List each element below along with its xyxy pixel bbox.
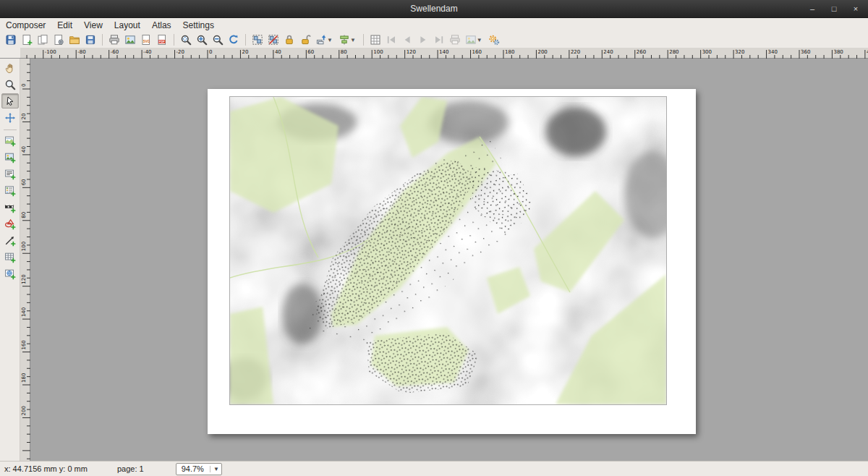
print-icon [109, 34, 120, 46]
save-template-icon [85, 34, 96, 46]
print-atlas-button [447, 33, 463, 48]
menu-view[interactable]: View [78, 19, 109, 32]
label-add-icon [4, 169, 16, 180]
chevron-down-icon[interactable]: ▼ [327, 37, 333, 43]
ruler-corner [0, 48, 20, 59]
add-image-button[interactable] [1, 150, 19, 165]
scalebar-add-icon [4, 202, 16, 213]
save-as-template-button[interactable] [82, 33, 98, 48]
add-html-frame-button[interactable] [1, 266, 19, 281]
export-atlas-combo[interactable]: ▼ [463, 33, 485, 48]
shape-add-icon [4, 218, 16, 230]
toolbar: SVGPDF▼▼▼ [0, 32, 868, 48]
svg-text:-80: -80 [77, 49, 85, 55]
align-selected-items-combo[interactable]: ▼ [336, 33, 358, 48]
ungroup-items-button[interactable] [265, 33, 281, 48]
atlas-last-feature-button [431, 33, 447, 48]
menubar: ComposerEditViewLayoutAtlasSettings [0, 18, 868, 32]
atlas-settings-button[interactable] [486, 33, 502, 48]
svg-text:280: 280 [669, 49, 678, 55]
composer-page[interactable] [208, 89, 696, 434]
refresh-view-button[interactable] [226, 33, 242, 48]
lock-selected-items-button[interactable] [281, 33, 297, 48]
svg-text:160: 160 [21, 340, 27, 349]
svg-text:40: 40 [21, 146, 27, 153]
align-icon [339, 34, 350, 46]
maximize-button[interactable]: □ [829, 0, 839, 18]
zoom-level-value: 94.7% [182, 464, 204, 473]
composition-canvas [30, 59, 868, 461]
svg-text:20: 20 [242, 49, 248, 55]
image-icon [465, 34, 477, 46]
zoom-out-button[interactable] [210, 33, 226, 48]
menu-edit[interactable]: Edit [51, 19, 78, 32]
add-new-map-button[interactable] [1, 133, 19, 148]
group-items-button[interactable] [250, 33, 265, 48]
menu-atlas[interactable]: Atlas [146, 19, 177, 32]
move-item-content-tool-button[interactable] [1, 110, 19, 125]
cursor-icon [4, 95, 16, 107]
zoom-tool-button[interactable] [1, 77, 19, 92]
atlas-preview-button[interactable] [367, 33, 383, 48]
legend-add-icon [4, 185, 16, 197]
svg-text:60: 60 [307, 49, 314, 55]
save-icon [5, 34, 17, 46]
add-new-legend-button[interactable] [1, 183, 19, 198]
svg-text:80: 80 [341, 49, 347, 55]
svg-text:0: 0 [209, 49, 212, 55]
export-atlas-button [463, 33, 479, 48]
save-project-button[interactable] [3, 33, 19, 48]
menu-composer[interactable]: Composer [0, 19, 51, 32]
nav-prev-icon [401, 34, 413, 46]
load-from-template-button[interactable] [67, 33, 82, 48]
ruler-row: -100-80-60-40-20020406080100120140160180… [0, 48, 868, 59]
ungroup-icon [268, 34, 279, 46]
svg-text:200: 200 [21, 406, 27, 415]
svg-text:360: 360 [801, 49, 810, 55]
minimize-button[interactable]: – [807, 0, 817, 18]
menu-layout[interactable]: Layout [109, 19, 146, 32]
svg-text:380: 380 [833, 49, 843, 55]
new-composer-button[interactable] [19, 33, 35, 48]
svg-text:120: 120 [21, 274, 27, 284]
export-as-svg-button[interactable]: SVG [138, 33, 154, 48]
add-new-label-button[interactable] [1, 166, 19, 182]
print-button[interactable] [106, 33, 122, 48]
map-item[interactable] [230, 97, 666, 404]
unlock-all-items-button[interactable] [297, 33, 313, 48]
svg-text:SVG: SVG [143, 40, 150, 43]
page-svg-icon: SVG [140, 34, 152, 46]
svg-text:0: 0 [21, 84, 27, 87]
title-bar: Swellendam – □ × [0, 0, 868, 18]
cursor-coordinates: x: 44.7156 mm y: 0 mm [4, 464, 97, 473]
svg-text:100: 100 [373, 49, 383, 55]
page-indicator: page: 1 [117, 464, 144, 473]
export-as-image-button[interactable] [122, 33, 138, 48]
close-button[interactable]: × [851, 0, 861, 18]
add-arrow-button[interactable] [1, 233, 19, 248]
svg-text:-100: -100 [45, 49, 56, 55]
add-basic-shape-button[interactable] [1, 216, 19, 231]
chevron-down-icon: ▼ [210, 466, 219, 472]
add-attribute-table-button[interactable] [1, 250, 19, 265]
move-icon [4, 112, 16, 124]
composer-window: Swellendam – □ × ComposerEditViewLayoutA… [0, 0, 868, 476]
zoom-full-button[interactable] [178, 33, 194, 48]
svg-text:240: 240 [603, 49, 613, 55]
tool-separator [4, 129, 17, 130]
pan-tool-button[interactable] [1, 60, 19, 75]
duplicate-composer-button[interactable] [35, 33, 51, 48]
svg-text:140: 140 [21, 307, 27, 317]
raise-selected-items-combo[interactable]: ▼ [313, 33, 335, 48]
add-new-scalebar-button[interactable] [1, 200, 19, 215]
composer-manager-button[interactable] [51, 33, 67, 48]
zoom-in-button[interactable] [194, 33, 210, 48]
map-render [230, 97, 666, 404]
menu-settings[interactable]: Settings [177, 19, 220, 32]
atlas-next-feature-button [415, 33, 431, 48]
chevron-down-icon[interactable]: ▼ [350, 37, 356, 43]
zoom-level-select[interactable]: 94.7% ▼ [176, 463, 222, 475]
export-as-pdf-button[interactable]: PDF [154, 33, 170, 48]
pages-icon [37, 34, 48, 46]
select-move-item-tool-button[interactable] [1, 93, 19, 109]
